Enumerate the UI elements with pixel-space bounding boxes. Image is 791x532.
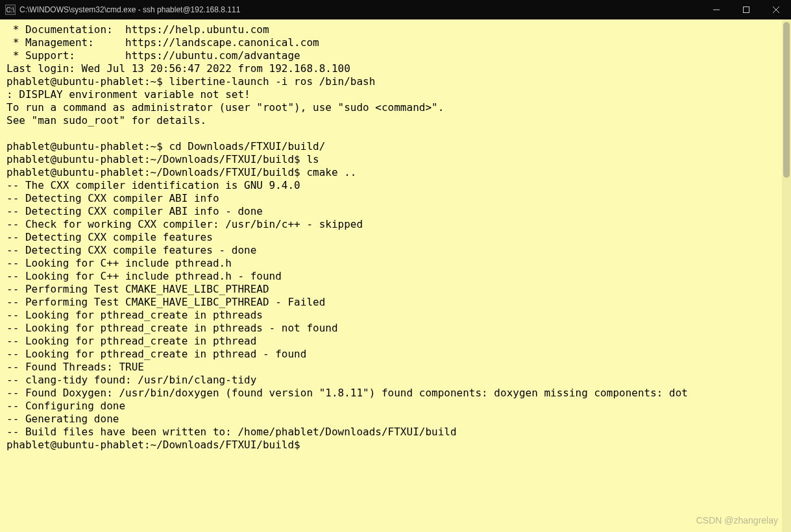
titlebar-left: C:\ C:\WINDOWS\system32\cmd.exe - ssh ph… [5, 5, 240, 15]
maximize-button[interactable] [731, 0, 761, 19]
scrollbar-thumb[interactable] [783, 22, 790, 178]
cmd-icon: C:\ [5, 5, 16, 15]
close-button[interactable] [761, 0, 791, 19]
scrollbar-track[interactable] [782, 19, 791, 532]
terminal-lines: * Documentation: https://help.ubuntu.com… [6, 23, 785, 452]
minimize-icon [713, 6, 720, 13]
watermark: CSDN @zhangrelay [696, 514, 778, 527]
close-icon [773, 6, 779, 13]
window-controls [701, 0, 791, 19]
maximize-icon [743, 6, 749, 13]
svg-rect-1 [744, 7, 749, 13]
window-titlebar[interactable]: C:\ C:\WINDOWS\system32\cmd.exe - ssh ph… [0, 0, 791, 19]
terminal-output[interactable]: * Documentation: https://help.ubuntu.com… [0, 19, 791, 532]
window-title: C:\WINDOWS\system32\cmd.exe - ssh phable… [19, 5, 240, 14]
minimize-button[interactable] [701, 0, 731, 19]
